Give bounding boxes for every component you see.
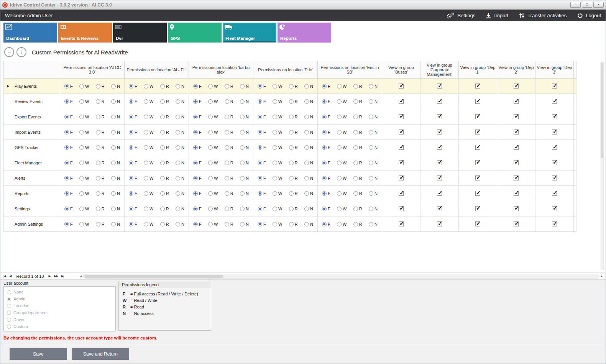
checkbox-checked[interactable]: ✓ bbox=[399, 191, 404, 196]
permission-radio-W[interactable]: W bbox=[337, 99, 347, 104]
permission-radio-R[interactable]: R bbox=[353, 115, 362, 119]
permission-radio-N[interactable]: N bbox=[240, 161, 249, 165]
permission-radio-R[interactable]: R bbox=[353, 84, 362, 89]
checkbox-checked[interactable]: ✓ bbox=[437, 114, 442, 119]
checkbox-checked[interactable]: ✓ bbox=[437, 160, 442, 165]
permission-radio-N[interactable]: N bbox=[369, 207, 378, 211]
checkbox-checked[interactable]: ✓ bbox=[399, 175, 404, 180]
permission-radio-F[interactable]: F bbox=[193, 145, 202, 150]
permission-radio-F[interactable]: F bbox=[322, 130, 330, 134]
permission-radio-F[interactable]: F bbox=[258, 222, 266, 226]
permission-radio-F[interactable]: F bbox=[322, 176, 330, 180]
permission-radio-W[interactable]: W bbox=[144, 99, 153, 104]
permission-radio-N[interactable]: N bbox=[111, 130, 120, 134]
grid-row[interactable]: GPS TrackerFWRNFWRNFWRNFWRNFWRN✓✓✓✓✓ bbox=[4, 140, 576, 155]
permission-radio-F[interactable]: F bbox=[258, 191, 266, 196]
checkbox-checked[interactable]: ✓ bbox=[399, 145, 404, 150]
permission-radio-R[interactable]: R bbox=[353, 207, 362, 211]
group-column-header[interactable]: View in group 'Dep 2' bbox=[497, 61, 535, 79]
next-record-button[interactable]: ▶ bbox=[49, 274, 51, 278]
permission-radio-W[interactable]: W bbox=[337, 207, 347, 211]
permission-radio-W[interactable]: W bbox=[273, 191, 282, 196]
permission-radio-R[interactable]: R bbox=[160, 115, 169, 119]
permission-radio-N[interactable]: N bbox=[304, 176, 313, 180]
permission-radio-W[interactable]: W bbox=[337, 191, 347, 196]
permission-radio-F[interactable]: F bbox=[322, 99, 330, 104]
checkbox-checked[interactable]: ✓ bbox=[437, 191, 442, 196]
permission-radio-N[interactable]: N bbox=[240, 115, 249, 119]
checkbox-checked[interactable]: ✓ bbox=[399, 130, 404, 134]
permission-radio-F[interactable]: F bbox=[129, 191, 137, 196]
permission-radio-W[interactable]: W bbox=[208, 191, 218, 196]
permission-radio-F[interactable]: F bbox=[258, 176, 266, 180]
permission-radio-N[interactable]: N bbox=[111, 176, 120, 180]
permission-radio-W[interactable]: W bbox=[208, 145, 218, 150]
checkbox-checked[interactable]: ✓ bbox=[399, 206, 404, 211]
permission-radio-F[interactable]: F bbox=[64, 207, 73, 211]
permission-radio-N[interactable]: N bbox=[176, 222, 184, 226]
permission-radio-R[interactable]: R bbox=[160, 161, 169, 165]
permission-radio-F[interactable]: F bbox=[64, 130, 73, 134]
permission-radio-N[interactable]: N bbox=[176, 84, 184, 89]
permission-radio-W[interactable]: W bbox=[208, 130, 218, 134]
permission-radio-W[interactable]: W bbox=[79, 222, 89, 226]
permission-radio-W[interactable]: W bbox=[208, 176, 218, 180]
checkbox-checked[interactable]: ✓ bbox=[514, 130, 519, 134]
location-column-header[interactable]: Permissions on location 'Eric in SB' bbox=[318, 61, 382, 79]
permission-radio-F[interactable]: F bbox=[322, 145, 330, 150]
permission-radio-R[interactable]: R bbox=[289, 99, 298, 104]
permission-radio-R[interactable]: R bbox=[96, 207, 105, 211]
tab-events-reviews[interactable]: Events & Reviews bbox=[58, 23, 112, 43]
permission-radio-W[interactable]: W bbox=[79, 130, 89, 134]
permission-radio-W[interactable]: W bbox=[144, 161, 153, 165]
permission-radio-N[interactable]: N bbox=[240, 222, 249, 226]
group-column-header[interactable]: View in group 'Dep 3' bbox=[535, 61, 574, 79]
permission-radio-W[interactable]: W bbox=[79, 99, 89, 104]
permission-radio-F[interactable]: F bbox=[193, 191, 202, 196]
permission-radio-R[interactable]: R bbox=[96, 84, 105, 89]
group-column-header[interactable]: View in group 'Buses' bbox=[382, 61, 420, 79]
permission-radio-F[interactable]: F bbox=[322, 191, 330, 196]
checkbox-checked[interactable]: ✓ bbox=[475, 84, 480, 89]
permission-radio-W[interactable]: W bbox=[337, 130, 347, 134]
permission-radio-R[interactable]: R bbox=[289, 161, 298, 165]
permission-radio-W[interactable]: W bbox=[208, 84, 218, 89]
checkbox-checked[interactable]: ✓ bbox=[475, 206, 480, 211]
permission-radio-R[interactable]: R bbox=[160, 145, 169, 150]
permission-radio-W[interactable]: W bbox=[144, 115, 153, 119]
permission-radio-N[interactable]: N bbox=[240, 84, 249, 89]
permission-radio-F[interactable]: F bbox=[129, 176, 137, 180]
permission-radio-R[interactable]: R bbox=[160, 191, 169, 196]
grid-row[interactable]: AlertsFWRNFWRNFWRNFWRNFWRN✓✓✓✓✓ bbox=[4, 171, 576, 186]
permission-radio-W[interactable]: W bbox=[337, 176, 347, 180]
permission-radio-F[interactable]: F bbox=[258, 161, 266, 165]
permission-radio-R[interactable]: R bbox=[225, 222, 233, 226]
permission-radio-R[interactable]: R bbox=[96, 191, 105, 196]
grid-row[interactable]: Review EventsFWRNFWRNFWRNFWRNFWRN✓✓✓✓✓ bbox=[4, 94, 576, 109]
permission-radio-F[interactable]: F bbox=[64, 222, 73, 226]
permission-radio-R[interactable]: R bbox=[353, 222, 362, 226]
permission-radio-F[interactable]: F bbox=[193, 99, 202, 104]
permission-radio-N[interactable]: N bbox=[304, 84, 313, 89]
checkbox-checked[interactable]: ✓ bbox=[552, 191, 557, 196]
checkbox-checked[interactable]: ✓ bbox=[552, 221, 557, 226]
account-type-driver[interactable]: Driver bbox=[7, 316, 112, 323]
permission-radio-N[interactable]: N bbox=[369, 99, 378, 104]
permission-radio-R[interactable]: R bbox=[225, 115, 233, 119]
tab-fleet-manager[interactable]: Fleet Manager bbox=[223, 23, 276, 43]
permission-radio-W[interactable]: W bbox=[337, 145, 347, 150]
permission-radio-F[interactable]: F bbox=[193, 130, 202, 134]
permission-radio-R[interactable]: R bbox=[96, 161, 105, 165]
permission-radio-W[interactable]: W bbox=[144, 222, 153, 226]
permission-radio-N[interactable]: N bbox=[176, 99, 184, 104]
permission-radio-R[interactable]: R bbox=[225, 99, 233, 104]
permission-radio-F[interactable]: F bbox=[193, 207, 202, 211]
permission-radio-W[interactable]: W bbox=[79, 191, 89, 196]
permission-radio-F[interactable]: F bbox=[258, 207, 266, 211]
account-type-admin[interactable]: Admin bbox=[7, 295, 112, 302]
permission-radio-N[interactable]: N bbox=[111, 145, 120, 150]
permission-radio-R[interactable]: R bbox=[160, 222, 169, 226]
checkbox-checked[interactable]: ✓ bbox=[514, 175, 519, 180]
permission-radio-F[interactable]: F bbox=[129, 222, 137, 226]
permission-radio-W[interactable]: W bbox=[144, 207, 153, 211]
